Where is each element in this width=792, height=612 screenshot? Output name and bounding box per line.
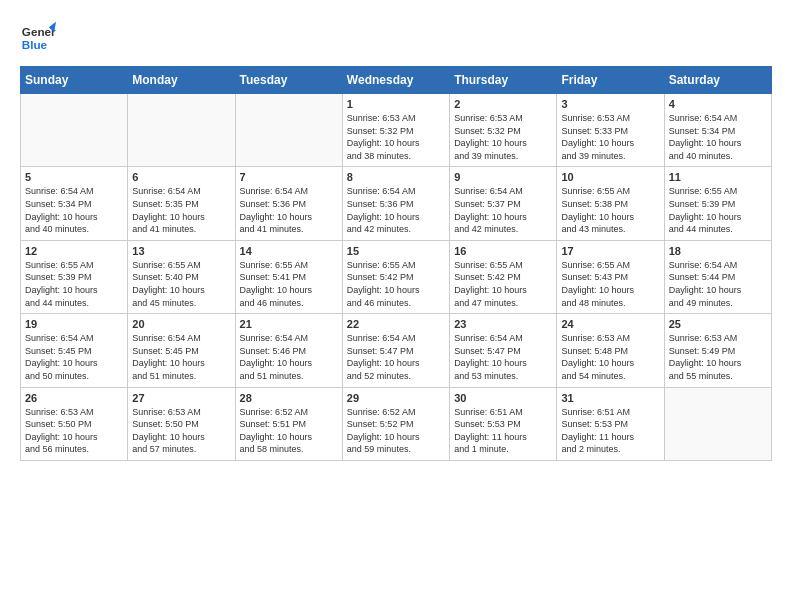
day-content: Sunrise: 6:55 AM Sunset: 5:42 PM Dayligh… [454, 259, 552, 309]
day-content: Sunrise: 6:55 AM Sunset: 5:38 PM Dayligh… [561, 185, 659, 235]
calendar-cell: 30Sunrise: 6:51 AM Sunset: 5:53 PM Dayli… [450, 387, 557, 460]
day-number: 27 [132, 392, 230, 404]
day-number: 23 [454, 318, 552, 330]
day-content: Sunrise: 6:54 AM Sunset: 5:34 PM Dayligh… [25, 185, 123, 235]
day-number: 2 [454, 98, 552, 110]
calendar-cell: 2Sunrise: 6:53 AM Sunset: 5:32 PM Daylig… [450, 94, 557, 167]
day-content: Sunrise: 6:54 AM Sunset: 5:46 PM Dayligh… [240, 332, 338, 382]
day-content: Sunrise: 6:54 AM Sunset: 5:37 PM Dayligh… [454, 185, 552, 235]
day-number: 22 [347, 318, 445, 330]
day-number: 16 [454, 245, 552, 257]
calendar-cell: 16Sunrise: 6:55 AM Sunset: 5:42 PM Dayli… [450, 240, 557, 313]
week-row-3: 12Sunrise: 6:55 AM Sunset: 5:39 PM Dayli… [21, 240, 772, 313]
calendar-cell: 19Sunrise: 6:54 AM Sunset: 5:45 PM Dayli… [21, 314, 128, 387]
calendar-cell: 26Sunrise: 6:53 AM Sunset: 5:50 PM Dayli… [21, 387, 128, 460]
day-number: 30 [454, 392, 552, 404]
calendar-cell: 22Sunrise: 6:54 AM Sunset: 5:47 PM Dayli… [342, 314, 449, 387]
calendar-cell: 25Sunrise: 6:53 AM Sunset: 5:49 PM Dayli… [664, 314, 771, 387]
day-content: Sunrise: 6:53 AM Sunset: 5:50 PM Dayligh… [132, 406, 230, 456]
calendar-cell: 9Sunrise: 6:54 AM Sunset: 5:37 PM Daylig… [450, 167, 557, 240]
calendar-cell: 8Sunrise: 6:54 AM Sunset: 5:36 PM Daylig… [342, 167, 449, 240]
day-content: Sunrise: 6:52 AM Sunset: 5:51 PM Dayligh… [240, 406, 338, 456]
calendar-cell: 24Sunrise: 6:53 AM Sunset: 5:48 PM Dayli… [557, 314, 664, 387]
day-content: Sunrise: 6:53 AM Sunset: 5:49 PM Dayligh… [669, 332, 767, 382]
day-number: 24 [561, 318, 659, 330]
calendar-cell: 3Sunrise: 6:53 AM Sunset: 5:33 PM Daylig… [557, 94, 664, 167]
day-number: 21 [240, 318, 338, 330]
day-content: Sunrise: 6:53 AM Sunset: 5:33 PM Dayligh… [561, 112, 659, 162]
calendar-cell: 12Sunrise: 6:55 AM Sunset: 5:39 PM Dayli… [21, 240, 128, 313]
day-number: 3 [561, 98, 659, 110]
day-header-friday: Friday [557, 67, 664, 94]
day-number: 4 [669, 98, 767, 110]
calendar-cell [128, 94, 235, 167]
day-content: Sunrise: 6:53 AM Sunset: 5:48 PM Dayligh… [561, 332, 659, 382]
day-content: Sunrise: 6:54 AM Sunset: 5:36 PM Dayligh… [347, 185, 445, 235]
day-header-monday: Monday [128, 67, 235, 94]
page-header: General Blue [20, 20, 772, 56]
calendar-cell: 18Sunrise: 6:54 AM Sunset: 5:44 PM Dayli… [664, 240, 771, 313]
day-number: 1 [347, 98, 445, 110]
day-content: Sunrise: 6:53 AM Sunset: 5:32 PM Dayligh… [347, 112, 445, 162]
calendar-cell: 21Sunrise: 6:54 AM Sunset: 5:46 PM Dayli… [235, 314, 342, 387]
day-number: 15 [347, 245, 445, 257]
day-content: Sunrise: 6:55 AM Sunset: 5:41 PM Dayligh… [240, 259, 338, 309]
calendar-cell: 27Sunrise: 6:53 AM Sunset: 5:50 PM Dayli… [128, 387, 235, 460]
calendar-cell: 7Sunrise: 6:54 AM Sunset: 5:36 PM Daylig… [235, 167, 342, 240]
day-number: 13 [132, 245, 230, 257]
day-number: 9 [454, 171, 552, 183]
day-number: 19 [25, 318, 123, 330]
calendar-cell: 29Sunrise: 6:52 AM Sunset: 5:52 PM Dayli… [342, 387, 449, 460]
day-header-sunday: Sunday [21, 67, 128, 94]
day-content: Sunrise: 6:55 AM Sunset: 5:39 PM Dayligh… [669, 185, 767, 235]
calendar-cell [21, 94, 128, 167]
day-number: 20 [132, 318, 230, 330]
calendar-cell: 28Sunrise: 6:52 AM Sunset: 5:51 PM Dayli… [235, 387, 342, 460]
day-content: Sunrise: 6:54 AM Sunset: 5:45 PM Dayligh… [25, 332, 123, 382]
calendar-cell: 20Sunrise: 6:54 AM Sunset: 5:45 PM Dayli… [128, 314, 235, 387]
day-content: Sunrise: 6:55 AM Sunset: 5:43 PM Dayligh… [561, 259, 659, 309]
calendar-cell: 6Sunrise: 6:54 AM Sunset: 5:35 PM Daylig… [128, 167, 235, 240]
calendar-cell: 4Sunrise: 6:54 AM Sunset: 5:34 PM Daylig… [664, 94, 771, 167]
day-number: 10 [561, 171, 659, 183]
day-number: 6 [132, 171, 230, 183]
calendar-cell: 5Sunrise: 6:54 AM Sunset: 5:34 PM Daylig… [21, 167, 128, 240]
calendar-cell: 23Sunrise: 6:54 AM Sunset: 5:47 PM Dayli… [450, 314, 557, 387]
day-header-wednesday: Wednesday [342, 67, 449, 94]
week-row-5: 26Sunrise: 6:53 AM Sunset: 5:50 PM Dayli… [21, 387, 772, 460]
calendar-cell: 10Sunrise: 6:55 AM Sunset: 5:38 PM Dayli… [557, 167, 664, 240]
day-content: Sunrise: 6:53 AM Sunset: 5:50 PM Dayligh… [25, 406, 123, 456]
day-number: 29 [347, 392, 445, 404]
day-content: Sunrise: 6:54 AM Sunset: 5:44 PM Dayligh… [669, 259, 767, 309]
week-row-4: 19Sunrise: 6:54 AM Sunset: 5:45 PM Dayli… [21, 314, 772, 387]
day-content: Sunrise: 6:54 AM Sunset: 5:35 PM Dayligh… [132, 185, 230, 235]
calendar-cell: 17Sunrise: 6:55 AM Sunset: 5:43 PM Dayli… [557, 240, 664, 313]
day-content: Sunrise: 6:55 AM Sunset: 5:39 PM Dayligh… [25, 259, 123, 309]
day-number: 11 [669, 171, 767, 183]
svg-text:Blue: Blue [22, 38, 48, 51]
day-number: 26 [25, 392, 123, 404]
day-number: 5 [25, 171, 123, 183]
day-content: Sunrise: 6:51 AM Sunset: 5:53 PM Dayligh… [561, 406, 659, 456]
day-number: 31 [561, 392, 659, 404]
calendar-cell: 14Sunrise: 6:55 AM Sunset: 5:41 PM Dayli… [235, 240, 342, 313]
day-header-tuesday: Tuesday [235, 67, 342, 94]
day-number: 17 [561, 245, 659, 257]
day-number: 18 [669, 245, 767, 257]
week-row-2: 5Sunrise: 6:54 AM Sunset: 5:34 PM Daylig… [21, 167, 772, 240]
day-content: Sunrise: 6:52 AM Sunset: 5:52 PM Dayligh… [347, 406, 445, 456]
calendar-cell [664, 387, 771, 460]
header-row: SundayMondayTuesdayWednesdayThursdayFrid… [21, 67, 772, 94]
day-content: Sunrise: 6:54 AM Sunset: 5:34 PM Dayligh… [669, 112, 767, 162]
day-content: Sunrise: 6:55 AM Sunset: 5:42 PM Dayligh… [347, 259, 445, 309]
week-row-1: 1Sunrise: 6:53 AM Sunset: 5:32 PM Daylig… [21, 94, 772, 167]
logo: General Blue [20, 20, 56, 56]
day-content: Sunrise: 6:55 AM Sunset: 5:40 PM Dayligh… [132, 259, 230, 309]
calendar-cell: 31Sunrise: 6:51 AM Sunset: 5:53 PM Dayli… [557, 387, 664, 460]
day-number: 28 [240, 392, 338, 404]
day-header-thursday: Thursday [450, 67, 557, 94]
calendar-cell: 1Sunrise: 6:53 AM Sunset: 5:32 PM Daylig… [342, 94, 449, 167]
calendar-cell: 13Sunrise: 6:55 AM Sunset: 5:40 PM Dayli… [128, 240, 235, 313]
calendar-cell: 11Sunrise: 6:55 AM Sunset: 5:39 PM Dayli… [664, 167, 771, 240]
day-number: 14 [240, 245, 338, 257]
